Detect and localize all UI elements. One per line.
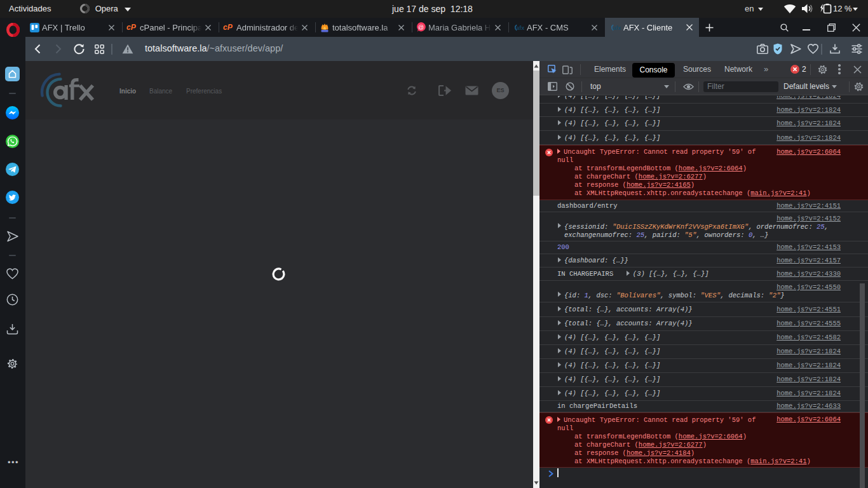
svg-text:afx: afx	[613, 25, 621, 31]
svg-text:@: @	[418, 24, 424, 30]
svg-text:cP: cP	[223, 24, 233, 31]
svg-text:cP: cP	[126, 24, 137, 31]
svg-text:afx: afx	[516, 25, 524, 31]
